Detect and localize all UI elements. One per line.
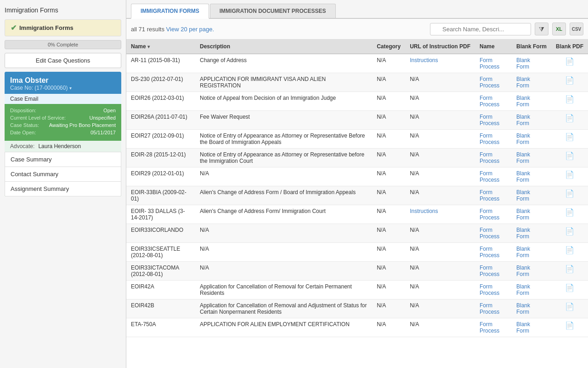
form-process-link[interactable]: FormProcess (480, 151, 499, 164)
pdf-icon[interactable]: 📄 (565, 95, 574, 104)
tab-immigration-document-processes[interactable]: IMMIGRATION DOCUMENT PROCESSES (210, 4, 336, 18)
blank-form-link[interactable]: BlankForm (516, 227, 530, 240)
client-email-row[interactable]: Case Email (5, 94, 121, 104)
export-excel-button[interactable]: XL (552, 23, 566, 35)
col-header-url: URL of Instruction PDF (405, 40, 475, 54)
pdf-icon[interactable]: 📄 (565, 151, 574, 160)
blank-form-link[interactable]: BlankForm (516, 264, 530, 277)
col-header-name[interactable]: Name ▾ (126, 40, 195, 54)
pdf-icon[interactable]: 📄 (565, 246, 574, 254)
assignment-summary-link[interactable]: Assignment Summary (5, 182, 121, 196)
client-details: Disposition: Open Current Level of Servi… (5, 104, 121, 141)
progress-bar: 0% Complete (5, 40, 121, 49)
cell-name: EOIR-28 (2015-12-01) (126, 149, 195, 167)
form-process-link[interactable]: FormProcess (480, 246, 499, 259)
cell-blank-form: BlankForm (512, 54, 551, 73)
form-process-link[interactable]: FormProcess (480, 189, 499, 202)
pdf-icon[interactable]: 📄 (565, 264, 574, 273)
form-process-link[interactable]: FormProcess (480, 283, 499, 296)
pdf-icon[interactable]: 📄 (565, 114, 574, 122)
cell-description: Change of Address (195, 54, 372, 73)
table-row: EOIR26A (2011-07-01) Fee Waiver Request … (126, 111, 588, 130)
blank-form-link[interactable]: BlankForm (516, 76, 530, 89)
disposition-value: Open (103, 108, 116, 113)
cell-blank-form: BlankForm (512, 186, 551, 205)
cell-form-process: FormProcess (475, 318, 512, 337)
form-process-link[interactable]: FormProcess (480, 76, 499, 89)
blank-form-link[interactable]: BlankForm (516, 95, 530, 108)
sidebar-active-item[interactable]: ✔ Immigration Forms (5, 19, 121, 36)
form-process-link[interactable]: FormProcess (480, 114, 499, 126)
blank-form-link[interactable]: BlankForm (516, 208, 530, 221)
tab-immigration-forms[interactable]: IMMIGRATION FORMS (131, 4, 209, 19)
table-row: EOIR33ICTACOMA (2012-08-01) N/A N/A N/A … (126, 262, 588, 281)
cell-description: N/A (195, 167, 372, 186)
dropdown-arrow-icon[interactable]: ▾ (69, 86, 72, 91)
form-process-link[interactable]: FormProcess (480, 321, 499, 334)
date-row: Date Open: 05/11/2017 (10, 130, 116, 135)
edit-case-button[interactable]: Edit Case Questions (5, 53, 121, 68)
pdf-icon[interactable]: 📄 (565, 170, 574, 179)
form-process-link[interactable]: FormProcess (480, 227, 499, 240)
cell-form-process: FormProcess (475, 167, 512, 186)
advocate-value: Laura Henderson (38, 143, 81, 150)
table-row: EOIR- 33 DALLAS (3-14-2017) Alien's Chan… (126, 205, 588, 224)
blank-form-link[interactable]: BlankForm (516, 189, 530, 202)
blank-form-link[interactable]: BlankForm (516, 114, 530, 126)
pdf-icon[interactable]: 📄 (565, 57, 574, 66)
cell-category: N/A (372, 318, 405, 337)
cell-blank-pdf: 📄 (551, 205, 588, 224)
pdf-icon[interactable]: 📄 (565, 227, 574, 236)
instructions-link[interactable]: Instructions (410, 57, 438, 63)
form-process-link[interactable]: FormProcess (480, 95, 499, 108)
form-process-link[interactable]: FormProcess (480, 208, 499, 221)
cell-description: N/A (195, 262, 372, 281)
col-header-formname: Name (475, 40, 512, 54)
export-csv-button[interactable]: CSV (570, 23, 583, 35)
blank-form-link[interactable]: BlankForm (516, 132, 530, 145)
status-label: Case Status: (10, 122, 39, 128)
pdf-icon[interactable]: 📄 (565, 283, 574, 292)
form-process-link[interactable]: FormProcess (480, 264, 499, 277)
pdf-icon[interactable]: 📄 (565, 189, 574, 198)
table-row: EOIR-28 (2015-12-01) Notice of Entry of … (126, 149, 588, 167)
blank-form-link[interactable]: BlankForm (516, 302, 530, 315)
case-summary-link[interactable]: Case Summary (5, 152, 121, 167)
pdf-icon[interactable]: 📄 (565, 208, 574, 217)
per-page-link[interactable]: View 20 per page. (166, 26, 215, 33)
main-content: IMMIGRATION FORMS IMMIGRATION DOCUMENT P… (126, 0, 588, 368)
contact-summary-link[interactable]: Contact Summary (5, 167, 121, 182)
pdf-icon[interactable]: 📄 (565, 302, 574, 311)
form-process-link[interactable]: FormProcess (480, 170, 499, 183)
pdf-icon[interactable]: 📄 (565, 132, 574, 141)
blank-form-link[interactable]: BlankForm (516, 170, 530, 183)
cell-blank-pdf: 📄 (551, 262, 588, 281)
pdf-icon[interactable]: 📄 (565, 321, 574, 330)
search-input[interactable] (430, 23, 531, 35)
form-process-link[interactable]: FormProcess (480, 132, 499, 145)
url-na: N/A (410, 227, 419, 233)
pdf-icon[interactable]: 📄 (565, 76, 574, 85)
cell-form-process: FormProcess (475, 73, 512, 92)
blank-form-link[interactable]: BlankForm (516, 283, 530, 296)
cell-category: N/A (372, 281, 405, 299)
toolbar: all 71 results View 20 per page. 🔍 ⧩ XL … (126, 19, 588, 40)
col-header-blank-form: Blank Form (512, 40, 551, 54)
blank-form-link[interactable]: BlankForm (516, 321, 530, 334)
form-process-link[interactable]: FormProcess (480, 57, 499, 70)
blank-form-link[interactable]: BlankForm (516, 151, 530, 164)
cell-url: N/A (405, 149, 475, 167)
filter-button[interactable]: ⧩ (535, 23, 548, 35)
cell-url: Instructions (405, 205, 475, 224)
level-row: Current Level of Service: Unspecified (10, 115, 116, 121)
cell-form-process: FormProcess (475, 186, 512, 205)
cell-form-process: FormProcess (475, 299, 512, 318)
cell-form-process: FormProcess (475, 149, 512, 167)
cell-blank-pdf: 📄 (551, 167, 588, 186)
instructions-link[interactable]: Instructions (410, 208, 438, 214)
blank-form-link[interactable]: BlankForm (516, 246, 530, 259)
blank-form-link[interactable]: BlankForm (516, 57, 530, 70)
sort-arrow-icon: ▾ (147, 44, 150, 49)
form-process-link[interactable]: FormProcess (480, 302, 499, 315)
cell-form-process: FormProcess (475, 262, 512, 281)
